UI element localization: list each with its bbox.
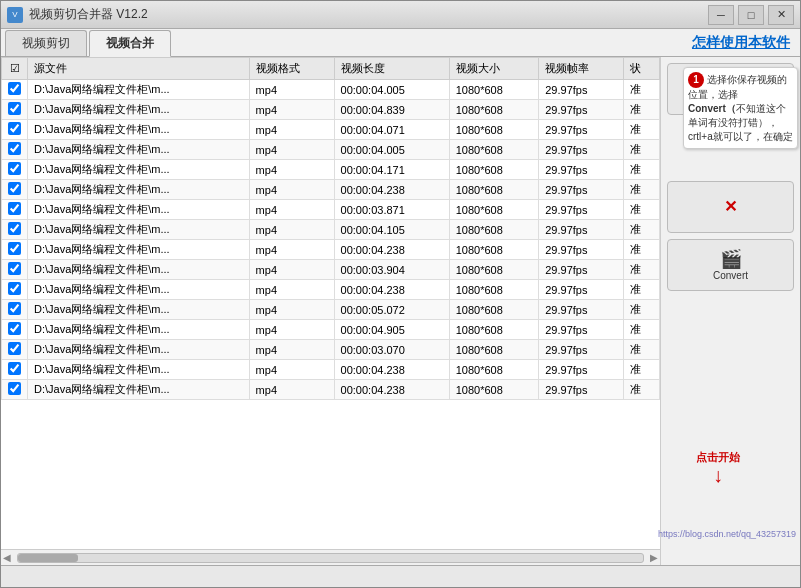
table-row[interactable]: D:\Java网络编程文件柜\m... mp4 00:00:04.171 108… xyxy=(2,160,660,180)
maximize-button[interactable]: □ xyxy=(738,5,764,25)
row-status: 准 xyxy=(624,220,660,240)
row-status: 准 xyxy=(624,100,660,120)
tab-video-cut[interactable]: 视频剪切 xyxy=(5,30,87,56)
table-row[interactable]: D:\Java网络编程文件柜\m... mp4 00:00:04.238 108… xyxy=(2,180,660,200)
table-row[interactable]: D:\Java网络编程文件柜\m... mp4 00:00:04.238 108… xyxy=(2,280,660,300)
row-fps: 29.97fps xyxy=(539,320,624,340)
row-source: D:\Java网络编程文件柜\m... xyxy=(28,100,250,120)
row-fps: 29.97fps xyxy=(539,100,624,120)
row-size: 1080*608 xyxy=(449,280,539,300)
row-checkbox[interactable] xyxy=(2,300,28,320)
row-duration: 00:00:04.105 xyxy=(334,220,449,240)
x-icon: ✕ xyxy=(724,199,737,215)
row-format: mp4 xyxy=(249,80,334,100)
row-source: D:\Java网络编程文件柜\m... xyxy=(28,380,250,400)
row-format: mp4 xyxy=(249,320,334,340)
row-fps: 29.97fps xyxy=(539,140,624,160)
arrow-annotation: 点击开始 ↓ xyxy=(696,450,740,485)
table-row[interactable]: D:\Java网络编程文件柜\m... mp4 00:00:04.071 108… xyxy=(2,120,660,140)
row-status: 准 xyxy=(624,320,660,340)
title-bar: V 视频剪切合并器 V12.2 ─ □ ✕ xyxy=(1,1,800,29)
row-checkbox[interactable] xyxy=(2,100,28,120)
row-fps: 29.97fps xyxy=(539,220,624,240)
row-duration: 00:00:04.839 xyxy=(334,100,449,120)
row-source: D:\Java网络编程文件柜\m... xyxy=(28,200,250,220)
table-row[interactable]: D:\Java网络编程文件柜\m... mp4 00:00:04.839 108… xyxy=(2,100,660,120)
col-check[interactable]: ☑ xyxy=(2,58,28,80)
row-status: 准 xyxy=(624,140,660,160)
title-bar-text: 视频剪切合并器 V12.2 xyxy=(29,6,708,23)
scroll-thumb[interactable] xyxy=(18,554,78,562)
row-fps: 29.97fps xyxy=(539,200,624,220)
row-checkbox[interactable] xyxy=(2,80,28,100)
minimize-button[interactable]: ─ xyxy=(708,5,734,25)
row-size: 1080*608 xyxy=(449,80,539,100)
watermark: https://blog.csdn.net/qq_43257319 xyxy=(658,529,796,539)
row-checkbox[interactable] xyxy=(2,260,28,280)
convert-button[interactable]: 🎬 Convert xyxy=(667,239,794,291)
row-source: D:\Java网络编程文件柜\m... xyxy=(28,300,250,320)
row-fps: 29.97fps xyxy=(539,300,624,320)
scroll-track[interactable] xyxy=(17,553,644,563)
row-checkbox[interactable] xyxy=(2,320,28,340)
main-area: ☑ 源文件 视频格式 视频长度 视频大小 视频帧率 状 D:\Java网络编程文… xyxy=(1,57,800,565)
remove-file-button[interactable]: ✕ xyxy=(667,181,794,233)
row-size: 1080*608 xyxy=(449,360,539,380)
col-duration: 视频长度 xyxy=(334,58,449,80)
row-source: D:\Java网络编程文件柜\m... xyxy=(28,260,250,280)
app-icon: V xyxy=(7,7,23,23)
row-fps: 29.97fps xyxy=(539,280,624,300)
row-duration: 00:00:03.871 xyxy=(334,200,449,220)
row-source: D:\Java网络编程文件柜\m... xyxy=(28,320,250,340)
horizontal-scrollbar[interactable]: ◀ ▶ xyxy=(1,549,660,565)
row-checkbox[interactable] xyxy=(2,220,28,240)
table-row[interactable]: D:\Java网络编程文件柜\m... mp4 00:00:04.238 108… xyxy=(2,380,660,400)
table-row[interactable]: D:\Java网络编程文件柜\m... mp4 00:00:04.238 108… xyxy=(2,360,660,380)
table-row[interactable]: D:\Java网络编程文件柜\m... mp4 00:00:03.871 108… xyxy=(2,200,660,220)
row-checkbox[interactable] xyxy=(2,140,28,160)
row-checkbox[interactable] xyxy=(2,340,28,360)
row-status: 准 xyxy=(624,260,660,280)
row-fps: 29.97fps xyxy=(539,240,624,260)
close-button[interactable]: ✕ xyxy=(768,5,794,25)
row-checkbox[interactable] xyxy=(2,200,28,220)
row-checkbox[interactable] xyxy=(2,160,28,180)
row-source: D:\Java网络编程文件柜\m... xyxy=(28,220,250,240)
row-fps: 29.97fps xyxy=(539,260,624,280)
table-row[interactable]: D:\Java网络编程文件柜\m... mp4 00:00:04.105 108… xyxy=(2,220,660,240)
row-size: 1080*608 xyxy=(449,380,539,400)
row-checkbox[interactable] xyxy=(2,240,28,260)
table-row[interactable]: D:\Java网络编程文件柜\m... mp4 00:00:04.005 108… xyxy=(2,140,660,160)
side-panel: + 1 选择你保存视频的位置，选择Convert（不知道这个单词有没符打错），c… xyxy=(660,57,800,565)
row-duration: 00:00:03.904 xyxy=(334,260,449,280)
tab-video-merge[interactable]: 视频合并 xyxy=(89,30,171,57)
row-checkbox[interactable] xyxy=(2,120,28,140)
row-size: 1080*608 xyxy=(449,300,539,320)
row-checkbox[interactable] xyxy=(2,360,28,380)
row-checkbox[interactable] xyxy=(2,380,28,400)
row-status: 准 xyxy=(624,240,660,260)
table-row[interactable]: D:\Java网络编程文件柜\m... mp4 00:00:04.238 108… xyxy=(2,240,660,260)
table-row[interactable]: D:\Java网络编程文件柜\m... mp4 00:00:04.905 108… xyxy=(2,320,660,340)
row-checkbox[interactable] xyxy=(2,180,28,200)
row-source: D:\Java网络编程文件柜\m... xyxy=(28,80,250,100)
table-row[interactable]: D:\Java网络编程文件柜\m... mp4 00:00:03.904 108… xyxy=(2,260,660,280)
row-fps: 29.97fps xyxy=(539,360,624,380)
table-row[interactable]: D:\Java网络编程文件柜\m... mp4 00:00:05.072 108… xyxy=(2,300,660,320)
main-window: V 视频剪切合并器 V12.2 ─ □ ✕ 视频剪切 视频合并 怎样使用本软件 … xyxy=(0,0,801,588)
status-bar xyxy=(1,565,800,587)
annotation-circle-1: 1 xyxy=(688,72,704,88)
table-area: ☑ 源文件 视频格式 视频长度 视频大小 视频帧率 状 D:\Java网络编程文… xyxy=(1,57,660,565)
row-size: 1080*608 xyxy=(449,340,539,360)
row-duration: 00:00:04.171 xyxy=(334,160,449,180)
help-link[interactable]: 怎样使用本软件 xyxy=(692,34,790,52)
row-size: 1080*608 xyxy=(449,100,539,120)
col-format: 视频格式 xyxy=(249,58,334,80)
table-container[interactable]: ☑ 源文件 视频格式 视频长度 视频大小 视频帧率 状 D:\Java网络编程文… xyxy=(1,57,660,549)
table-row[interactable]: D:\Java网络编程文件柜\m... mp4 00:00:03.070 108… xyxy=(2,340,660,360)
table-row[interactable]: D:\Java网络编程文件柜\m... mp4 00:00:04.005 108… xyxy=(2,80,660,100)
row-checkbox[interactable] xyxy=(2,280,28,300)
col-status: 状 xyxy=(624,58,660,80)
file-table: ☑ 源文件 视频格式 视频长度 视频大小 视频帧率 状 D:\Java网络编程文… xyxy=(1,57,660,400)
row-source: D:\Java网络编程文件柜\m... xyxy=(28,360,250,380)
